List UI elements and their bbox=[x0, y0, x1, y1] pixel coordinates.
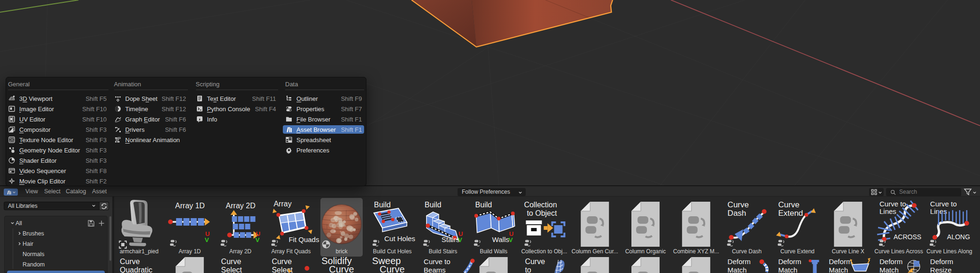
svg-text:Lines: Lines bbox=[879, 207, 896, 215]
svg-text:Build: Build bbox=[475, 201, 492, 209]
svg-text:Array 2D: Array 2D bbox=[229, 248, 252, 255]
svg-text:Build Walls: Build Walls bbox=[480, 248, 507, 255]
svg-text:Deform: Deform bbox=[728, 258, 751, 265]
svg-text:V: V bbox=[458, 236, 462, 243]
svg-text:Cut Holes: Cut Holes bbox=[384, 235, 415, 243]
svg-text:Curve: Curve bbox=[272, 258, 292, 265]
svg-text:to Object: to Object bbox=[527, 209, 557, 217]
svg-text:Build: Build bbox=[374, 201, 391, 209]
svg-text:V: V bbox=[256, 236, 260, 243]
svg-text:Curve: Curve bbox=[728, 200, 749, 209]
svg-text:Curve: Curve bbox=[120, 258, 140, 265]
svg-text:Curve Dash: Curve Dash bbox=[732, 248, 762, 255]
svg-text:V: V bbox=[205, 236, 209, 243]
svg-text:Curve Lines Across: Curve Lines Across bbox=[874, 248, 923, 255]
svg-text:Match: Match bbox=[879, 266, 899, 273]
svg-text:Curve: Curve bbox=[778, 200, 799, 209]
svg-text:Quadratic: Quadratic bbox=[120, 266, 152, 273]
svg-text:Curve Lines Along: Curve Lines Along bbox=[926, 248, 972, 255]
svg-text:Curve to: Curve to bbox=[879, 200, 906, 208]
svg-text:Walls: Walls bbox=[492, 235, 509, 243]
svg-text:Curve: Curve bbox=[221, 258, 241, 265]
svg-text:Build: Build bbox=[425, 201, 442, 209]
svg-text:Collection: Collection bbox=[524, 201, 557, 209]
svg-text:Deform: Deform bbox=[778, 258, 801, 265]
svg-text:Combine XYZ M...: Combine XYZ M... bbox=[673, 248, 719, 255]
svg-text:Collection to Obj...: Collection to Obj... bbox=[521, 248, 567, 255]
svg-text:Deform: Deform bbox=[930, 258, 953, 265]
svg-text:Curve Extend: Curve Extend bbox=[780, 248, 815, 255]
svg-text:brick: brick bbox=[336, 248, 348, 255]
svg-text:Deform: Deform bbox=[829, 258, 852, 265]
svg-text:Beams: Beams bbox=[424, 266, 446, 273]
svg-text:Array 2D: Array 2D bbox=[226, 202, 256, 210]
svg-text:Deform: Deform bbox=[879, 258, 902, 265]
svg-text:V: V bbox=[509, 236, 513, 243]
svg-text:Array 1D: Array 1D bbox=[179, 248, 201, 255]
svg-text:Curve to: Curve to bbox=[930, 200, 957, 208]
svg-text:Match: Match bbox=[829, 266, 848, 273]
svg-text:Select: Select bbox=[221, 266, 242, 273]
svg-text:ACROSS: ACROSS bbox=[894, 233, 921, 241]
svg-text:Build Stairs: Build Stairs bbox=[428, 248, 457, 255]
svg-text:to: to bbox=[525, 266, 531, 273]
svg-text:Build Cut Holes: Build Cut Holes bbox=[373, 248, 412, 255]
svg-text:Curve: Curve bbox=[380, 264, 404, 273]
svg-text:Fit Quads: Fit Quads bbox=[288, 235, 319, 243]
svg-text:Match: Match bbox=[728, 266, 747, 273]
svg-text:Extend: Extend bbox=[778, 209, 803, 218]
svg-text:Column Gen Cur...: Column Gen Cur... bbox=[572, 248, 618, 255]
svg-text:Curve to: Curve to bbox=[424, 258, 451, 265]
svg-text:Array Fit Quads: Array Fit Quads bbox=[271, 248, 311, 255]
svg-text:Curve: Curve bbox=[525, 258, 545, 265]
svg-text:Match: Match bbox=[778, 266, 797, 273]
svg-text:Dash: Dash bbox=[728, 209, 747, 218]
svg-text:Curve: Curve bbox=[329, 264, 354, 273]
svg-text:armchair1_pied: armchair1_pied bbox=[120, 248, 159, 255]
svg-text:Resize: Resize bbox=[930, 266, 952, 273]
svg-text:Array: Array bbox=[273, 200, 291, 208]
svg-text:Column Organic: Column Organic bbox=[625, 248, 666, 255]
svg-text:ALONG: ALONG bbox=[947, 233, 970, 241]
svg-text:Array 1D: Array 1D bbox=[175, 202, 205, 210]
svg-text:Stairs: Stairs bbox=[442, 235, 459, 243]
svg-text:Curve Line X: Curve Line X bbox=[832, 248, 864, 255]
